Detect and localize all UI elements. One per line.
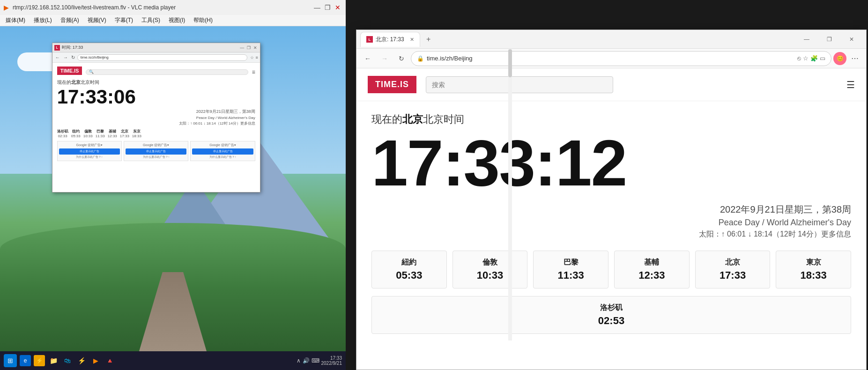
timeis-los-angeles-name: 洛杉矶: [378, 303, 845, 313]
taskbar-folder-icon[interactable]: 📁: [48, 355, 59, 366]
vlc-clock-date-text: 2022/9/21: [321, 361, 342, 366]
emb-ad-3: Google 促销广告▾ 停止显示此广告 为什么显示此广告？↑: [190, 141, 255, 161]
edge-back-button[interactable]: ←: [360, 51, 375, 66]
edge-star-icon[interactable]: ☆: [803, 55, 809, 62]
tray-icon-1: ∧: [297, 357, 301, 364]
vlc-menu-video[interactable]: 视频(V): [84, 15, 110, 25]
emb-titlebar: L 时间: 17:33 — ❐ ✕: [52, 43, 260, 52]
taskbar-vlc-icon[interactable]: ▶: [90, 355, 101, 366]
timeis-logo: TIME.IS: [368, 76, 416, 93]
edge-tab-close-button[interactable]: ✕: [410, 37, 414, 43]
emb-restore[interactable]: ❐: [246, 45, 252, 51]
edge-forward-button[interactable]: →: [377, 51, 392, 66]
vlc-menu-subtitle[interactable]: 字幕(T): [111, 15, 137, 25]
emb-menu-icon[interactable]: ≡: [255, 55, 258, 60]
emb-ads: Google 促销广告▾ 停止显示此广告 为什么显示此广告？↑ Google 促…: [57, 141, 255, 161]
emb-address-bar[interactable]: time.is/zh/Beijing: [77, 54, 248, 61]
city-time-4: 17:33: [701, 269, 764, 281]
emb-url: time.is/zh/Beijing: [81, 55, 109, 59]
timeis-events: Peace Day / World Alzheimer's Day: [371, 218, 851, 228]
edge-scrollbar-track: [508, 49, 512, 340]
edge-tab-title: 北京: 17:33: [376, 36, 404, 44]
timeis-partial-city-card: 洛杉矶 02:53: [371, 296, 851, 334]
emb-minimize[interactable]: —: [239, 45, 245, 51]
edge-profile-button[interactable]: 😊: [833, 52, 846, 65]
vlc-menu-tools[interactable]: 工具(S): [138, 15, 164, 25]
vlc-menu-help[interactable]: 帮助(H): [190, 15, 216, 25]
edge-url-text: time.is/zh/Beijing: [427, 55, 794, 62]
edge-more-button[interactable]: ⋯: [847, 51, 862, 66]
edge-addr-icons: ⎋ ☆ 🧩 ▭: [797, 55, 825, 62]
vlc-menu-view[interactable]: 视图(I): [165, 15, 189, 25]
edge-new-tab-button[interactable]: +: [422, 33, 435, 46]
city-time-5: 18:33: [782, 269, 845, 281]
edge-sidebar-icon[interactable]: ▭: [820, 55, 825, 62]
edge-lock-icon: 🔒: [417, 55, 424, 62]
city-time-0: 05:33: [378, 269, 441, 281]
emb-hamburger[interactable]: ≡: [252, 69, 255, 75]
timeis-page-subtitle: 现在的北京北京时间: [371, 112, 851, 126]
emb-ad-btn-2[interactable]: 停止显示此广告: [126, 148, 186, 155]
timeis-partial-city-row: 洛杉矶 02:53: [371, 296, 851, 334]
emb-ad-small-2: 为什么显示此广告？↑: [126, 155, 186, 159]
vlc-menu-audio[interactable]: 音频(A): [57, 15, 83, 25]
emb-cities: 洛杉矶02:33纽约05:33偏敦10:33巴黎11:33基辅12:33北京17…: [57, 129, 255, 138]
city-name-4: 北京: [701, 258, 764, 267]
timeis-subtitle-pre: 现在的: [371, 113, 402, 125]
taskbar-edge-icon[interactable]: e: [20, 355, 31, 366]
timeis-main-content: 现在的北京北京时间 17:33:12 2022年9月21日星期三，第38周 Pe…: [356, 101, 866, 345]
vlc-titlebar: ▶ rtmp://192.168.152.100/live/test-lives…: [0, 0, 346, 15]
edge-minimize-button[interactable]: —: [796, 32, 817, 47]
timeis-cities-row: 紐約05:33倫敦10:33巴黎11:33基輔12:33北京17:33東京18:…: [371, 251, 851, 289]
vlc-menu-play[interactable]: 播放(L): [30, 15, 56, 25]
city-time-1: 10:33: [459, 269, 522, 281]
taskbar-store-icon[interactable]: 🛍: [62, 355, 73, 366]
emb-close[interactable]: ✕: [252, 45, 258, 51]
tray-icon-3: ⌨: [312, 357, 319, 364]
emb-refresh[interactable]: ↻: [70, 55, 76, 60]
emb-date: 2022年9月21日星期三，第38周: [57, 109, 255, 115]
taskbar-thunder2-icon[interactable]: ⚡: [76, 355, 87, 366]
edge-address-bar[interactable]: 🔒 time.is/zh/Beijing ⎋ ☆ 🧩 ▭: [411, 51, 831, 66]
timeis-search-input[interactable]: [426, 76, 613, 93]
timeis-city-card-4: 北京17:33: [695, 251, 771, 289]
edge-close-button[interactable]: ✕: [841, 32, 862, 47]
vlc-video-area: L 时间: 17:33 — ❐ ✕ ← → ↻ time.is/zh/Beiji…: [0, 26, 346, 354]
emb-ad-btn-1[interactable]: 停止显示此广告: [59, 148, 120, 155]
vlc-minimize-button[interactable]: —: [313, 3, 321, 12]
emb-events: Peace Day / World Alzheimer's Day: [57, 116, 255, 120]
tray-icon-2: 🔊: [303, 357, 310, 364]
timeis-city-card-2: 巴黎11:33: [533, 251, 608, 289]
edge-scrollbar-thumb[interactable]: [508, 49, 512, 77]
timeis-los-angeles-time: 02:53: [378, 315, 845, 327]
timeis-city-card-0: 紐約05:33: [371, 251, 447, 289]
edge-active-tab[interactable]: L 北京: 17:33 ✕: [360, 32, 420, 47]
edge-extension-icon[interactable]: 🧩: [810, 55, 818, 62]
vlc-systray: ∧ 🔊 ⌨ 17:33 2022/9/21: [297, 355, 342, 366]
edge-refresh-button[interactable]: ↻: [394, 51, 409, 66]
city-time-2: 11:33: [539, 269, 602, 281]
vlc-restore-button[interactable]: ❐: [323, 3, 332, 12]
timeis-clock-display: 17:33:12: [371, 130, 851, 196]
emb-fav-icon[interactable]: ☆: [250, 55, 254, 60]
emb-city-5: 北京17:33: [120, 129, 129, 138]
vlc-close-button[interactable]: ✕: [334, 3, 342, 12]
windows-start-button[interactable]: ⊞: [4, 354, 17, 367]
emb-back[interactable]: ←: [54, 55, 61, 60]
city-name-0: 紐約: [378, 258, 441, 267]
taskbar-thunder-icon[interactable]: ⚡: [34, 355, 45, 366]
emb-page-subtitle: 现在的北京北京时间: [57, 79, 255, 86]
city-name-1: 倫敦: [459, 258, 522, 267]
taskbar-extra-icon[interactable]: 🔺: [104, 355, 115, 366]
emb-forward[interactable]: →: [62, 55, 69, 60]
emb-ad-btn-3[interactable]: 停止显示此广告: [192, 148, 253, 155]
edge-tab-favicon: L: [366, 36, 373, 43]
timeis-menu-icon[interactable]: ☰: [846, 79, 855, 90]
timeis-sun-info: 太阳：↑ 06:01 ↓ 18:14（12时 14分）更多信息: [371, 229, 851, 239]
edge-content-area[interactable]: TIME.IS ☰ 现在的北京北京时间 17:33:12 2022年9月21日星…: [356, 68, 866, 370]
edge-restore-button[interactable]: ❐: [818, 32, 840, 47]
timeis-city-card-3: 基輔12:33: [614, 251, 690, 289]
vlc-menu-media[interactable]: 媒体(M): [2, 15, 29, 25]
edge-share-icon[interactable]: ⎋: [797, 55, 801, 62]
edge-browser-window: L 北京: 17:33 ✕ + — ❐ ✕ ← → ↻ 🔒 time.is/zh…: [356, 30, 867, 370]
